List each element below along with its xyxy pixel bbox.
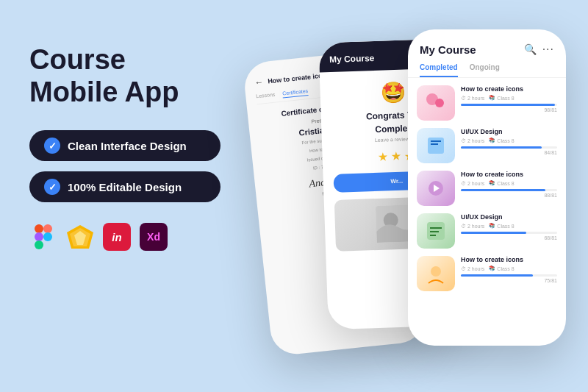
star-2[interactable]: ★ (390, 149, 401, 163)
progress-bg-3 (461, 189, 557, 191)
phones-container: ← How to create icons Lessons Certificat… (220, 15, 588, 390)
progress-bg-5 (461, 274, 557, 277)
svg-rect-13 (431, 140, 441, 142)
course-meta-2: ⏱ 2 hours 📚 Class 8 (461, 138, 557, 143)
progress-label-2: 84/81 (461, 150, 557, 155)
course-item-1[interactable]: How to create icons ⏱ 2 hours 📚 Class 8 … (417, 85, 557, 121)
tabs-row: Completed Ongoing (408, 63, 566, 78)
invision-icon: in (103, 223, 131, 251)
feature-badge-1: Clean Interface Design (29, 130, 220, 161)
check-icon-2 (44, 179, 60, 195)
svg-rect-18 (430, 227, 442, 229)
course-name-5: How to create icons (461, 256, 557, 263)
progress-fill-5 (461, 274, 533, 277)
progress-bg-2 (461, 146, 557, 149)
course-class-3: 📚 Class 8 (489, 180, 514, 186)
svg-rect-20 (430, 235, 436, 236)
feature-badge-2: 100% Editable Design (29, 171, 220, 202)
svg-rect-12 (428, 138, 444, 154)
figma-icon (29, 223, 57, 251)
course-info-3: How to create icons ⏱ 2 hours 📚 Class 8 … (461, 171, 557, 198)
progress-bg-1 (461, 104, 557, 106)
progress-label-4: 68/81 (461, 235, 557, 240)
header-icons: 🔍 ··· (524, 43, 554, 56)
course-class-2: 📚 Class 8 (489, 138, 514, 143)
tool-icons: in Xd (29, 223, 250, 251)
app-title: Course Mobile App (29, 44, 250, 108)
course-item-2[interactable]: UI/UX Design ⏱ 2 hours 📚 Class 8 84/81 (417, 128, 557, 163)
course-hours-4: ⏱ 2 hours (461, 223, 484, 229)
course-info-5: How to create icons ⏱ 2 hours 📚 Class 8 … (461, 256, 557, 283)
course-list: How to create icons ⏱ 2 hours 📚 Class 8 … (408, 85, 566, 291)
svg-rect-1 (43, 224, 52, 233)
course-info-2: UI/UX Design ⏱ 2 hours 📚 Class 8 84/81 (461, 128, 557, 155)
svg-rect-19 (430, 231, 439, 232)
course-name-1: How to create icons (461, 85, 557, 93)
svg-rect-3 (35, 240, 43, 249)
check-icon-1 (44, 138, 60, 154)
course-meta-5: ⏱ 2 hours 📚 Class 8 (461, 266, 557, 271)
feature-label-1: Clean Interface Design (68, 140, 187, 152)
svg-rect-14 (431, 143, 438, 145)
course-class-5: 📚 Class 8 (489, 266, 514, 271)
svg-rect-0 (35, 224, 43, 233)
progress-fill-2 (461, 146, 542, 149)
course-info-1: How to create icons ⏱ 2 hours 📚 Class 8 … (461, 85, 557, 113)
phone-front-header: My Course 🔍 ··· (408, 29, 566, 63)
svg-rect-2 (35, 232, 43, 241)
feature-label-2: 100% Editable Design (68, 181, 182, 193)
course-item-5[interactable]: How to create icons ⏱ 2 hours 📚 Class 8 … (417, 256, 557, 291)
phone-front-title: My Course (420, 43, 476, 56)
svg-point-11 (435, 99, 444, 107)
tab-completed[interactable]: Completed (420, 63, 458, 77)
course-meta-1: ⏱ 2 hours 📚 Class 8 (461, 95, 557, 101)
xd-icon: Xd (140, 223, 168, 251)
progress-fill-4 (461, 232, 526, 234)
course-thumb-4 (417, 213, 455, 249)
course-hours-1: ⏱ 2 hours (461, 95, 484, 101)
course-hours-2: ⏱ 2 hours (461, 138, 484, 143)
back-arrow-icon[interactable]: ← (254, 76, 264, 88)
course-class-1: 📚 Class 8 (489, 95, 514, 101)
more-icon[interactable]: ··· (542, 43, 554, 56)
course-thumb-3 (417, 171, 455, 206)
course-thumb-5 (417, 256, 455, 291)
progress-label-1: 98/81 (461, 107, 557, 113)
course-class-4: 📚 Class 8 (489, 223, 514, 229)
course-thumb-2 (417, 128, 455, 163)
course-name-2: UI/UX Design (461, 128, 557, 135)
course-item-4[interactable]: UI/UX Design ⏱ 2 hours 📚 Class 8 68/81 (417, 213, 557, 249)
phone-front: My Course 🔍 ··· Completed Ongoing How to… (408, 29, 566, 346)
course-meta-4: ⏱ 2 hours 📚 Class 8 (461, 223, 557, 229)
course-name-3: How to create icons (461, 171, 557, 178)
sketch-icon (66, 223, 94, 251)
search-icon[interactable]: 🔍 (524, 43, 537, 55)
course-name-4: UI/UX Design (461, 213, 557, 221)
left-section: Course Mobile App Clean Interface Design… (29, 44, 250, 251)
progress-bg-4 (461, 232, 557, 234)
course-meta-3: ⏱ 2 hours 📚 Class 8 (461, 180, 557, 186)
progress-fill-1 (461, 104, 555, 106)
progress-label-5: 75/81 (461, 278, 557, 283)
course-item-3[interactable]: How to create icons ⏱ 2 hours 📚 Class 8 … (417, 171, 557, 206)
svg-point-4 (43, 232, 52, 241)
progress-fill-3 (461, 189, 545, 191)
progress-label-3: 88/81 (461, 193, 557, 198)
course-thumb-1 (417, 85, 455, 121)
course-hours-5: ⏱ 2 hours (461, 266, 484, 271)
tab-ongoing[interactable]: Ongoing (470, 63, 500, 77)
tab-lessons[interactable]: Lessons (256, 92, 276, 101)
course-info-4: UI/UX Design ⏱ 2 hours 📚 Class 8 68/81 (461, 213, 557, 240)
tab-certificates[interactable]: Certificates (282, 88, 309, 99)
course-hours-3: ⏱ 2 hours (461, 180, 484, 186)
star-1[interactable]: ★ (377, 149, 388, 163)
svg-point-21 (431, 266, 441, 277)
